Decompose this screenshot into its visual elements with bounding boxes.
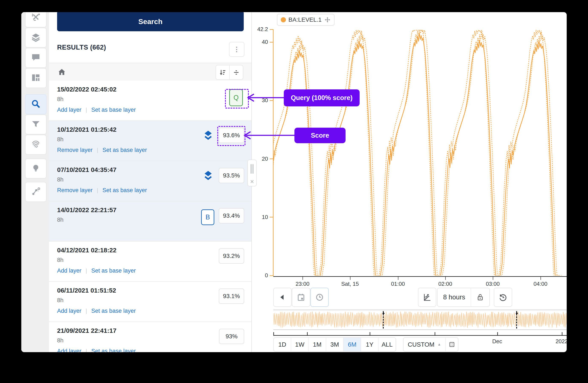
x-tick-label: 23:00 <box>295 281 309 287</box>
result-duration: 8h <box>57 257 63 263</box>
sidebar-item-layers[interactable] <box>25 28 46 48</box>
result-row[interactable]: 21/09/2021 22:41:17 8h Add layer | Set a… <box>49 322 252 352</box>
collapse-rows-button[interactable] <box>229 65 243 79</box>
search-button[interactable]: Search <box>57 12 244 31</box>
range-button-6m[interactable]: 6M <box>343 338 361 351</box>
range-button-1y[interactable]: 1Y <box>361 338 378 351</box>
result-link[interactable]: Remove layer <box>57 147 93 153</box>
result-row[interactable]: 04/12/2021 02:18:22 8h Add layer | Set a… <box>49 242 252 282</box>
overview-waveform <box>273 310 567 328</box>
range-button-1d[interactable]: 1D <box>274 338 291 351</box>
search-results-panel: Search RESULTS (662) ⋮ <box>49 12 252 352</box>
score-highlight-rect <box>217 126 245 146</box>
layers-icon <box>31 32 41 43</box>
result-date: 21/09/2021 22:41:17 <box>57 327 117 334</box>
move-icon[interactable] <box>324 17 331 23</box>
timeline-tick <box>497 332 498 335</box>
search-icon <box>31 99 41 110</box>
y-tick-label: 10 <box>249 214 268 220</box>
result-link[interactable]: Set as base layer <box>91 348 136 352</box>
y-tick-label: 30 <box>249 97 268 104</box>
sidebar-item-search[interactable] <box>25 94 46 114</box>
link-separator: | <box>86 107 87 113</box>
chart-type-button[interactable] <box>418 288 436 307</box>
panel-drag-handle[interactable] <box>247 160 257 178</box>
x-tick-label: Sat, 15 <box>341 281 359 287</box>
sidebar-item-fingerprint[interactable] <box>25 135 46 155</box>
x-tick <box>302 277 303 280</box>
home-icon[interactable] <box>58 68 66 77</box>
x-tick-label: 01:00 <box>391 281 405 287</box>
duration-control: 8 hours <box>437 288 490 307</box>
history-button[interactable] <box>494 288 512 307</box>
score-badge: 93% <box>219 329 244 344</box>
clock-icon <box>315 293 324 302</box>
y-tick <box>270 217 273 217</box>
filter-icon <box>31 119 41 130</box>
x-tick-label: 04:00 <box>533 281 547 287</box>
score-badge: 93.4% <box>219 208 244 223</box>
calendar-icon <box>297 293 305 302</box>
sidebar-item-ml-model[interactable] <box>25 182 46 202</box>
result-row[interactable]: 06/11/2021 01:51:52 8h Add layer | Set a… <box>49 282 252 322</box>
series-color-dot <box>281 17 286 22</box>
result-actions: Add layer | Set as base layer <box>57 268 136 274</box>
sidebar <box>21 12 49 352</box>
link-separator: | <box>86 268 87 274</box>
sort-descending-button[interactable] <box>216 65 229 79</box>
result-actions: Add layer | Set as base layer <box>57 107 136 113</box>
series-legend-label: BA:LEVEL.1 <box>289 16 322 23</box>
x-axis <box>273 276 567 277</box>
result-link[interactable]: Set as base layer <box>103 147 147 153</box>
layer-badge-icon <box>203 130 213 143</box>
results-menu-button[interactable]: ⋮ <box>229 42 244 57</box>
result-link[interactable]: Set as base layer <box>91 308 136 314</box>
pan-left-button[interactable] <box>273 288 292 307</box>
time-settings-button[interactable] <box>310 288 329 307</box>
sidebar-item-filter[interactable] <box>25 115 46 134</box>
series-overview-strip[interactable] <box>273 310 567 330</box>
overview-marker[interactable] <box>383 311 384 328</box>
history-icon <box>499 293 507 302</box>
panel-close-button[interactable]: ✕ <box>247 177 257 186</box>
result-actions: Remove layer | Set as base layer <box>57 187 147 194</box>
result-duration: 8h <box>57 217 63 223</box>
fit-view-button[interactable] <box>445 338 458 351</box>
overview-marker[interactable] <box>516 311 517 328</box>
range-button-1m[interactable]: 1M <box>308 338 326 351</box>
query-callout: Query (100% score) <box>284 89 360 106</box>
range-button-3m[interactable]: 3M <box>326 338 343 351</box>
result-link[interactable]: Set as base layer <box>91 268 136 274</box>
legend-chip[interactable]: BA:LEVEL.1 <box>277 14 335 26</box>
x-tick <box>350 277 351 280</box>
range-button-all[interactable]: ALL <box>378 338 396 351</box>
x-tick <box>398 277 399 280</box>
result-duration: 8h <box>57 136 63 143</box>
result-link[interactable]: Add layer <box>57 308 81 314</box>
result-row[interactable]: 07/10/2021 04:35:47 8h Remove layer | Se… <box>49 161 252 201</box>
duration-lock-button[interactable] <box>471 288 489 306</box>
trend-chart[interactable] <box>273 29 567 276</box>
app-window: Search RESULTS (662) ⋮ <box>21 12 567 352</box>
sidebar-item-dashboard[interactable] <box>25 68 46 88</box>
result-duration: 8h <box>57 96 63 103</box>
x-tick <box>541 277 541 280</box>
result-actions: Add layer | Set as base layer <box>57 348 136 352</box>
sidebar-item-formula[interactable] <box>25 12 46 27</box>
calendar-button[interactable] <box>292 288 310 307</box>
sidebar-item-comment[interactable] <box>25 48 46 68</box>
sidebar-item-lightbulb[interactable] <box>25 158 46 178</box>
query-series-line <box>273 33 560 276</box>
duration-value[interactable]: 8 hours <box>438 288 471 306</box>
result-link[interactable]: Add layer <box>57 348 81 352</box>
result-row[interactable]: 15/02/2022 02:45:02 8h Add layer | Set a… <box>49 81 252 121</box>
link-separator: | <box>86 308 87 314</box>
result-link[interactable]: Set as base layer <box>91 107 136 113</box>
result-link[interactable]: Add layer <box>57 268 81 274</box>
result-link[interactable]: Set as base layer <box>103 187 147 194</box>
range-button-1w[interactable]: 1W <box>291 338 308 351</box>
custom-range-button[interactable]: CUSTOM ▲ <box>403 338 445 351</box>
result-row[interactable]: 14/01/2022 22:21:57 8hB93.4% <box>49 201 252 242</box>
result-link[interactable]: Add layer <box>57 107 81 113</box>
result-link[interactable]: Remove layer <box>57 187 93 194</box>
